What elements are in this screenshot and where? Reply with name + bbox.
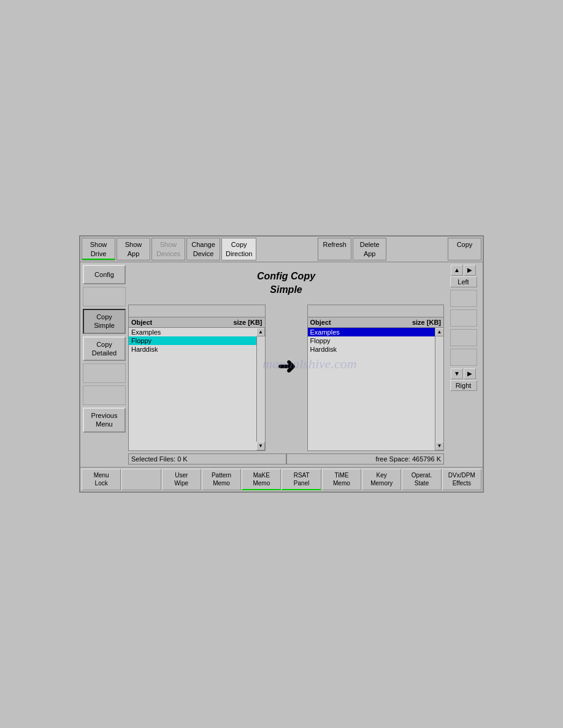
menu-lock-button[interactable]: MenuLock <box>82 469 121 490</box>
empty-bottom-1 <box>121 469 161 490</box>
right-sidebar: ▲ ▶ Left ▼ ▶ Right <box>446 265 480 464</box>
copy-arrow-icon: ➜ <box>277 354 296 379</box>
right-panel-list[interactable]: Examples0 Floppy0 Harddisk0 ▲ ▼ <box>308 328 444 450</box>
dvx-dpm-effects-button[interactable]: DVx/DPMEffects <box>442 469 481 490</box>
right-empty-4 <box>450 349 477 366</box>
key-memory-button[interactable]: KeyMemory <box>362 469 401 490</box>
right-item-examples[interactable]: Examples0 <box>308 328 444 336</box>
right-col-object: Object <box>310 319 331 326</box>
copy-button[interactable]: Copy <box>448 238 481 260</box>
show-drive-button[interactable]: ShowDrive <box>82 238 115 260</box>
right-empty-3 <box>450 329 477 346</box>
show-app-button[interactable]: ShowApp <box>117 238 150 260</box>
left-nav-group: ▲ ▶ Left <box>450 265 477 287</box>
change-device-button[interactable]: ChangeDevice <box>186 238 220 260</box>
panels-row: Object size [KB] Examples Floppy0 Harddi… <box>128 305 444 451</box>
right-panel-header <box>308 305 444 317</box>
top-toolbar: ShowDrive ShowApp ShowDevices ChangeDevi… <box>80 237 483 262</box>
center-area: Config CopySimple Object size [KB] Examp… <box>128 265 444 464</box>
empty-sidebar-3 <box>83 385 126 405</box>
right-right-arrow[interactable]: ▶ <box>464 368 476 379</box>
right-nav-group: ▼ ▶ Right <box>450 368 477 391</box>
left-file-panel: Object size [KB] Examples Floppy0 Harddi… <box>128 305 266 451</box>
right-col-size: size [KB] <box>412 319 441 326</box>
show-devices-button: ShowDevices <box>151 238 185 260</box>
refresh-button[interactable]: Refresh <box>318 238 351 260</box>
right-nav-arrows: ▼ ▶ <box>451 368 476 379</box>
time-memo-button[interactable]: TiMEMemo <box>322 469 361 490</box>
empty-sidebar-1 <box>83 287 126 306</box>
left-right-arrow[interactable]: ▶ <box>464 265 476 276</box>
operat-state-button[interactable]: Operat.State <box>402 469 441 490</box>
right-scroll-down[interactable]: ▼ <box>435 442 444 450</box>
left-sidebar: Config CopySimple CopyDetailed PreviousM… <box>83 265 126 464</box>
left-col-size: size [KB] <box>233 319 262 326</box>
copy-simple-button[interactable]: CopySimple <box>83 309 126 334</box>
page-title: Config CopySimple <box>128 265 444 302</box>
previous-menu-button[interactable]: PreviousMenu <box>83 408 126 433</box>
copy-arrow-container: ➜ <box>268 305 305 379</box>
right-item-harddisk[interactable]: Harddisk0 <box>308 345 444 354</box>
pattern-memo-button[interactable]: PatternMemo <box>202 469 241 490</box>
left-scroll-down[interactable]: ▼ <box>256 442 265 450</box>
left-nav-arrows: ▲ ▶ <box>451 265 476 276</box>
right-label-button[interactable]: Right <box>450 380 477 391</box>
left-panel-list[interactable]: Examples Floppy0 Harddisk0 ▲ ▼ <box>129 328 265 450</box>
config-button[interactable]: Config <box>83 265 126 284</box>
left-col-object: Object <box>131 319 152 326</box>
left-item-floppy[interactable]: Floppy0 <box>129 336 265 345</box>
left-item-harddisk[interactable]: Harddisk0 <box>129 345 265 354</box>
rsat-panel-button[interactable]: RSATPanel <box>282 469 321 490</box>
make-memo-button[interactable]: MaKEMemo <box>242 469 281 490</box>
right-down-arrow[interactable]: ▼ <box>451 368 463 379</box>
right-panel-columns: Object size [KB] <box>308 317 444 328</box>
left-status: Selected Files: 0 K <box>128 453 286 464</box>
left-panel-columns: Object size [KB] <box>129 317 265 328</box>
copy-direction-button[interactable]: CopyDirection <box>221 238 256 260</box>
left-panel-header <box>129 305 265 317</box>
bottom-toolbar: MenuLock UserWipe PatternMemo MaKEMemo R… <box>80 467 483 491</box>
main-window: manualshive.com ShowDrive ShowApp ShowDe… <box>79 235 484 492</box>
right-empty-2 <box>450 309 477 327</box>
copy-detailed-button[interactable]: CopyDetailed <box>83 336 126 362</box>
user-wipe-button[interactable]: UserWipe <box>162 469 201 490</box>
right-item-floppy[interactable]: Floppy0 <box>308 336 444 345</box>
delete-app-button[interactable]: DeleteApp <box>353 238 386 260</box>
right-empty-1 <box>450 290 477 307</box>
right-status: free Space: 465796 K <box>286 453 445 464</box>
content-area: Config CopySimple CopyDetailed PreviousM… <box>80 262 483 467</box>
left-panel-scrollbar[interactable]: ▲ ▼ <box>256 328 265 450</box>
status-row: Selected Files: 0 K free Space: 465796 K <box>128 453 444 464</box>
left-up-arrow[interactable]: ▲ <box>451 265 463 276</box>
right-scroll-up[interactable]: ▲ <box>435 328 444 336</box>
empty-sidebar-2 <box>83 363 126 383</box>
left-scroll-up[interactable]: ▲ <box>256 328 265 336</box>
left-item-examples[interactable]: Examples <box>129 328 265 336</box>
right-panel-scrollbar[interactable]: ▲ ▼ <box>435 328 443 450</box>
left-label-button[interactable]: Left <box>450 276 477 287</box>
right-file-panel: Object size [KB] Examples0 Floppy0 Hardd… <box>307 305 445 451</box>
